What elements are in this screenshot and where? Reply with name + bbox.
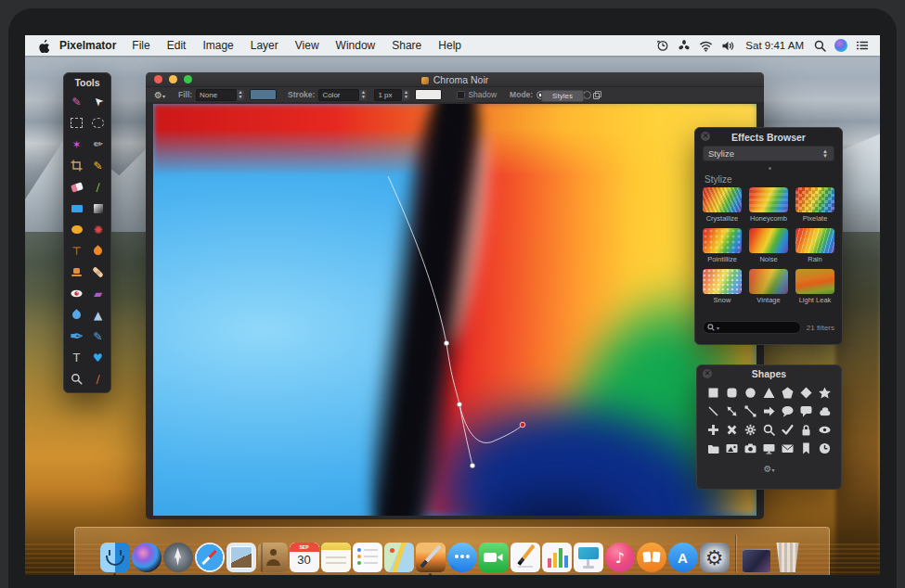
shape-cloud[interactable] bbox=[816, 402, 834, 420]
dock-icon-ibooks[interactable] bbox=[637, 539, 666, 572]
eyedropper-tool[interactable]: ∕ bbox=[87, 368, 109, 390]
menu-item-window[interactable]: Window bbox=[328, 39, 384, 52]
effect-thumb-pointillize[interactable] bbox=[703, 228, 742, 253]
shape-bookmark[interactable] bbox=[797, 439, 816, 457]
effect-thumb-snow[interactable] bbox=[703, 269, 742, 294]
shape-line[interactable] bbox=[704, 402, 722, 420]
fan-icon[interactable] bbox=[678, 39, 691, 52]
dock-icon-itunes[interactable]: ♪ bbox=[605, 539, 635, 572]
pen-tool[interactable]: ✒ bbox=[66, 326, 87, 347]
apple-menu[interactable] bbox=[38, 39, 50, 53]
shape-pentagon[interactable] bbox=[779, 383, 797, 402]
blur-tool[interactable] bbox=[66, 304, 87, 326]
stroke-color-swatch[interactable] bbox=[415, 89, 442, 100]
dock-icon-contacts[interactable] bbox=[258, 539, 288, 572]
menu-item-image[interactable]: Image bbox=[194, 39, 241, 52]
dock-icon-pixelmator[interactable] bbox=[416, 539, 446, 572]
pencil-tool[interactable]: ✎ bbox=[87, 155, 109, 176]
effect-thumb-pixelate[interactable] bbox=[795, 187, 834, 212]
styles-button[interactable]: Styles bbox=[541, 90, 584, 102]
shape-plus[interactable] bbox=[704, 420, 722, 439]
smudge-tool[interactable]: ⊤ bbox=[66, 240, 87, 262]
eraser-tool[interactable] bbox=[66, 176, 87, 198]
dock-icon-facetime[interactable] bbox=[479, 539, 509, 572]
close-icon[interactable]: ✕ bbox=[703, 369, 712, 378]
menu-item-view[interactable]: View bbox=[287, 39, 328, 52]
ellipse-shape-tool[interactable] bbox=[66, 219, 87, 240]
menu-item-help[interactable]: Help bbox=[430, 39, 470, 52]
retouch-brush-tool[interactable]: ✺ bbox=[87, 219, 109, 240]
shape-rounded-square[interactable] bbox=[722, 383, 741, 402]
dock-icon-app-store[interactable]: A bbox=[668, 539, 698, 572]
menu-item-layer[interactable]: Layer bbox=[242, 39, 287, 52]
shape-camera[interactable] bbox=[741, 439, 759, 457]
rect-marquee-tool[interactable] bbox=[66, 112, 87, 134]
dock-icon-maps[interactable] bbox=[384, 539, 414, 572]
custom-shape-tool[interactable]: ♥ bbox=[87, 347, 109, 368]
ellipse-marquee-tool[interactable] bbox=[87, 112, 109, 134]
effects-category-dropdown[interactable]: Stylize ▲▼ bbox=[703, 146, 834, 161]
shapes-settings[interactable]: ⚙▾ bbox=[697, 464, 841, 474]
shadow-checkbox[interactable] bbox=[457, 91, 465, 99]
brush-tool[interactable]: ∕ bbox=[87, 176, 109, 198]
dock-icon-siri[interactable] bbox=[132, 539, 162, 572]
dock-icon-safari[interactable] bbox=[195, 539, 225, 572]
dock-icon-mail[interactable] bbox=[226, 539, 256, 572]
shape-star[interactable] bbox=[816, 383, 834, 402]
shape-triangle[interactable] bbox=[759, 383, 778, 402]
dock-icon-keynote[interactable] bbox=[574, 539, 603, 572]
lasso-tool[interactable]: ✐ bbox=[87, 134, 109, 155]
zoom-tool[interactable] bbox=[66, 368, 87, 390]
shape-speech-bubble-round[interactable] bbox=[779, 402, 797, 420]
time-machine-icon[interactable] bbox=[656, 39, 669, 52]
shape-speech-bubble-square[interactable] bbox=[797, 402, 816, 420]
wifi-icon[interactable] bbox=[699, 40, 713, 52]
shape-display[interactable] bbox=[759, 439, 778, 457]
move-tool[interactable]: ➤ bbox=[87, 91, 109, 112]
burn-tool[interactable] bbox=[87, 240, 109, 262]
shape-eye[interactable] bbox=[816, 420, 834, 439]
spotlight-icon[interactable] bbox=[814, 40, 826, 52]
dock-icon-messages[interactable] bbox=[447, 539, 477, 572]
gear-icon[interactable]: ⚙▾ bbox=[154, 90, 165, 100]
shape-line-nodes[interactable] bbox=[741, 402, 759, 420]
siri-icon[interactable] bbox=[834, 39, 847, 52]
effect-thumb-light-leak[interactable] bbox=[795, 269, 834, 294]
effect-thumb-crystallize[interactable] bbox=[703, 187, 742, 212]
dock-icon-calendar[interactable]: SEP30 bbox=[290, 539, 319, 572]
menu-bar-clock[interactable]: Sat 9:41 AM bbox=[745, 40, 804, 51]
effect-thumb-vintage[interactable] bbox=[749, 269, 788, 294]
crop-tool[interactable] bbox=[66, 155, 87, 176]
shape-circle[interactable] bbox=[741, 383, 759, 402]
notification-center-icon[interactable] bbox=[856, 40, 869, 51]
sharpen-tool[interactable]: ▲ bbox=[87, 304, 109, 326]
clone-stamp-tool[interactable] bbox=[66, 262, 87, 283]
shape-gear[interactable] bbox=[741, 420, 759, 439]
app-menu-pixelmator[interactable]: Pixelmator bbox=[59, 39, 116, 52]
effect-thumb-honeycomb[interactable] bbox=[749, 187, 788, 212]
stroke-width-field[interactable]: 1 px bbox=[374, 89, 402, 101]
sponge-tool[interactable]: ▰ bbox=[87, 283, 109, 304]
shape-checkmark[interactable] bbox=[779, 420, 797, 439]
dock-icon-launchpad[interactable] bbox=[163, 539, 193, 572]
dock-icon-notes[interactable] bbox=[321, 539, 351, 572]
dock-icon-numbers[interactable] bbox=[542, 539, 572, 572]
freeform-pen-tool[interactable]: ✎ bbox=[87, 326, 109, 347]
menu-item-share[interactable]: Share bbox=[383, 39, 430, 52]
menu-item-file[interactable]: File bbox=[123, 39, 158, 52]
shape-diamond[interactable] bbox=[797, 383, 816, 402]
mode-radio-outline[interactable] bbox=[583, 91, 591, 99]
effect-thumb-rain[interactable] bbox=[795, 228, 834, 253]
paint-pen-tool[interactable]: ✎ bbox=[66, 91, 87, 112]
shape-square[interactable] bbox=[704, 383, 722, 402]
stroke-dropdown[interactable]: Color bbox=[318, 89, 359, 101]
dock-icon-pages[interactable] bbox=[511, 539, 540, 572]
magic-wand-tool[interactable]: ✶ bbox=[66, 134, 87, 155]
healing-tool[interactable] bbox=[87, 262, 109, 283]
fill-stepper[interactable]: ▲▼ bbox=[237, 90, 244, 100]
shape-arrow-line[interactable] bbox=[722, 402, 741, 420]
effect-thumb-noise[interactable] bbox=[749, 228, 788, 253]
shape-clock[interactable] bbox=[816, 439, 834, 457]
fill-color-swatch[interactable] bbox=[250, 89, 277, 100]
rect-shape-tool[interactable] bbox=[66, 198, 87, 219]
